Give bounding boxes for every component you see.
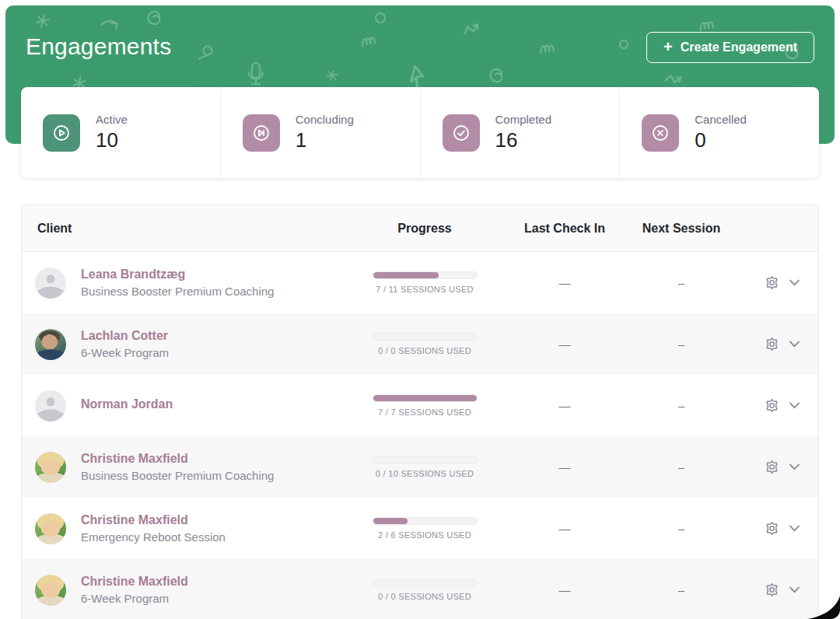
last-check-in: — <box>501 460 628 474</box>
create-engagement-label: Create Engagement <box>681 40 797 54</box>
stat-label: Concluding <box>296 113 354 126</box>
engagement-row[interactable]: Leana Brandtzæg Business Booster Premium… <box>22 252 818 313</box>
avatar <box>35 575 66 606</box>
client-name[interactable]: Christine Maxfield <box>81 452 274 466</box>
engagement-row[interactable]: Christine Maxfield 6-Week Program 0 / 0 … <box>22 559 818 619</box>
sessions-label: 2 / 6 SESSIONS USED <box>378 530 471 540</box>
sessions-label: 0 / 10 SESSIONS USED <box>376 469 474 478</box>
progress-fill <box>373 518 408 524</box>
column-header-next-session: Next Session <box>628 222 734 236</box>
stat-value: 10 <box>96 128 128 152</box>
avatar <box>35 452 66 483</box>
engagements-table: Client Progress Last Check In Next Sessi… <box>21 205 819 619</box>
engagement-row[interactable]: Christine Maxfield Business Booster Prem… <box>22 436 818 498</box>
settings-gear-icon[interactable] <box>764 397 780 414</box>
table-body: Leana Brandtzæg Business Booster Premium… <box>22 252 818 619</box>
sessions-label: 0 / 0 SESSIONS USED <box>378 346 471 355</box>
stat-value: 16 <box>495 128 552 152</box>
chevron-down-icon[interactable] <box>789 463 800 470</box>
settings-gear-icon[interactable] <box>764 582 780 598</box>
chevron-down-icon[interactable] <box>789 402 800 409</box>
x-circle-icon <box>642 114 679 152</box>
progress-bar <box>373 333 478 341</box>
client-program: Business Booster Premium Coaching <box>81 285 274 298</box>
client-name[interactable]: Leana Brandtzæg <box>81 268 274 282</box>
progress-cell: 0 / 0 SESSIONS USED <box>348 579 501 601</box>
client-program: 6-Week Program <box>81 592 188 605</box>
create-engagement-button[interactable]: + Create Engagement <box>646 32 814 63</box>
settings-gear-icon[interactable] <box>764 275 780 291</box>
stat-card-cancelled: Cancelled 0 <box>619 87 819 178</box>
next-session: – <box>628 522 734 535</box>
progress-bar <box>373 456 478 463</box>
column-header-last-check-in: Last Check In <box>501 222 628 236</box>
progress-bar <box>373 579 478 586</box>
chevron-down-icon[interactable] <box>789 586 800 593</box>
avatar <box>35 390 66 421</box>
engagement-stats-bar: Active 10 Concluding 1 <box>21 87 819 178</box>
stat-value: 0 <box>695 128 747 152</box>
play-circle-icon <box>43 114 80 152</box>
engagement-row[interactable]: Christine Maxfield Emergency Reboot Sess… <box>22 498 818 559</box>
engagement-row[interactable]: Norman Jordan 7 / 7 SESSIONS USED — – <box>22 375 818 436</box>
column-header-progress: Progress <box>348 222 501 236</box>
chevron-down-icon[interactable] <box>789 525 800 532</box>
chevron-down-icon[interactable] <box>789 341 800 348</box>
plus-icon: + <box>663 39 673 54</box>
avatar <box>35 513 66 544</box>
stat-label: Active <box>96 113 128 126</box>
settings-gear-icon[interactable] <box>764 520 780 537</box>
stat-card-completed: Completed 16 <box>420 87 620 178</box>
sessions-label: 7 / 11 SESSIONS USED <box>376 285 474 294</box>
progress-cell: 0 / 0 SESSIONS USED <box>348 333 501 355</box>
check-circle-icon <box>443 114 480 152</box>
last-check-in: — <box>501 276 628 289</box>
progress-bar <box>373 517 478 525</box>
next-session: – <box>628 399 734 412</box>
skip-end-circle-icon <box>243 114 280 152</box>
client-program: Business Booster Premium Coaching <box>81 469 274 482</box>
progress-bar <box>373 394 478 402</box>
progress-cell: 7 / 11 SESSIONS USED <box>348 271 501 294</box>
next-session: – <box>628 460 734 474</box>
column-header-client: Client <box>22 222 348 236</box>
stat-card-active: Active 10 <box>21 87 220 178</box>
stat-value: 1 <box>296 128 354 152</box>
progress-fill <box>373 272 439 278</box>
avatar <box>35 329 66 360</box>
engagements-page: Engagements + Create Engagement Active 1… <box>0 0 840 619</box>
client-name[interactable]: Christine Maxfield <box>81 513 226 527</box>
table-header-row: Client Progress Last Check In Next Sessi… <box>22 205 818 252</box>
settings-gear-icon[interactable] <box>764 459 780 475</box>
progress-bar <box>373 271 478 279</box>
chevron-down-icon[interactable] <box>789 279 800 286</box>
avatar <box>35 268 66 299</box>
engagement-row[interactable]: Lachlan Cotter 6-Week Program 0 / 0 SESS… <box>22 313 818 375</box>
next-session: – <box>628 276 734 289</box>
client-name[interactable]: Christine Maxfield <box>81 575 188 589</box>
stat-label: Cancelled <box>695 113 747 126</box>
sessions-label: 0 / 0 SESSIONS USED <box>378 592 471 601</box>
next-session: – <box>628 583 734 596</box>
client-name[interactable]: Lachlan Cotter <box>81 329 169 343</box>
last-check-in: — <box>501 583 628 596</box>
corner-decoration <box>807 596 840 619</box>
page-title: Engagements <box>26 33 171 60</box>
last-check-in: — <box>501 522 628 535</box>
progress-cell: 0 / 10 SESSIONS USED <box>348 456 501 478</box>
client-name[interactable]: Norman Jordan <box>81 397 173 411</box>
client-program: Emergency Reboot Session <box>81 530 226 544</box>
last-check-in: — <box>501 337 628 351</box>
next-session: – <box>628 337 734 351</box>
stat-card-concluding: Concluding 1 <box>220 87 420 178</box>
settings-gear-icon[interactable] <box>764 336 780 352</box>
last-check-in: — <box>501 399 628 412</box>
client-program: 6-Week Program <box>81 346 169 359</box>
stat-label: Completed <box>495 113 552 126</box>
progress-cell: 7 / 7 SESSIONS USED <box>348 394 501 417</box>
sessions-label: 7 / 7 SESSIONS USED <box>378 407 471 417</box>
progress-fill <box>373 395 477 401</box>
progress-cell: 2 / 6 SESSIONS USED <box>348 517 501 540</box>
